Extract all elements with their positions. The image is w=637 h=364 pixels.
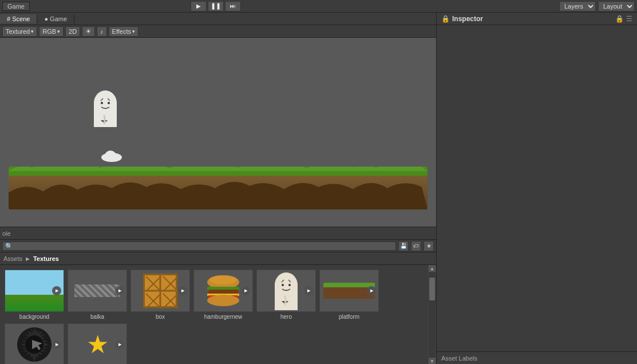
asset-thumb-balka: ▶ [68,270,127,312]
svg-point-30 [288,284,291,286]
bottom-panel: ole 💾 🏷 ★ Assets ► Textures ▶ background [0,227,436,364]
asset-play-btn[interactable]: ▶ [367,286,376,295]
tag-icon[interactable]: 🏷 [411,241,421,251]
asset-label: box [156,314,165,320]
cloud [100,149,123,163]
svg-point-4 [101,102,103,104]
asset-thumb-background: ▶ [5,270,64,312]
asset-item-star[interactable]: ★ ▶ [68,323,127,364]
asset-thumb-box: ▶ [130,270,190,312]
2d-button[interactable]: 2D [65,26,80,37]
asset-label: hamburgernew [204,314,243,320]
asset-item-balka[interactable]: ▶ balka [68,270,127,320]
inspector-title: Inspector [452,15,483,23]
asset-labels-bar: Asset Labels [437,351,637,364]
asset-item-background[interactable]: ▶ background [5,270,64,320]
asset-item-hero[interactable]: ▶ hero [256,270,316,320]
asset-play-btn[interactable]: ▶ [178,286,187,295]
asset-item-platform[interactable]: ▶ platform [319,270,379,320]
star-icon[interactable]: ★ [424,241,434,251]
asset-thumb-star: ★ ▶ [68,323,127,364]
ghost-character [92,88,119,127]
rgb-dropdown[interactable]: RGB▾ [39,26,64,37]
svg-point-24 [207,295,239,306]
textured-dropdown[interactable]: Textured▾ [2,26,37,37]
game-tab[interactable]: Game [2,2,30,11]
asset-item-box[interactable]: ▶ box [130,270,190,320]
svg-point-19 [209,275,237,284]
breadcrumb-separator: ► [25,255,31,262]
asset-label: balka [90,314,104,320]
top-right-controls: Layers Layout [559,1,635,11]
asset-grid: ▶ background ▶ balka [0,265,436,364]
playback-controls: ▶ ❚❚ ⏭ [191,1,241,11]
scene-view [0,38,436,227]
asset-play-btn[interactable]: ▶ [52,286,61,295]
asset-label: hero [280,314,292,320]
inspector-icon: 🔒 [441,15,450,23]
layout-dropdown[interactable]: Layout [598,1,635,11]
svg-rect-21 [208,290,238,294]
breadcrumb-textures: Textures [33,255,59,262]
save-icon[interactable]: 💾 [398,241,409,251]
asset-play-btn[interactable]: ▶ [304,286,313,295]
pause-button[interactable]: ❚❚ [208,1,224,11]
svg-point-9 [105,151,116,161]
play-button[interactable]: ▶ [191,1,207,11]
top-bar: Game ▶ ❚❚ ⏭ Layers Layout [0,0,637,13]
asset-label: platform [339,314,359,320]
asset-thumb-hero: ▶ [256,270,316,312]
asset-play-btn[interactable]: ▶ [241,286,250,295]
asset-search[interactable] [2,242,396,251]
inspector-lock-icon[interactable]: 🔒 [615,15,624,23]
lights-icon[interactable]: ☀ [82,26,95,37]
svg-point-29 [282,284,284,286]
inspector-menu-icon[interactable]: ☰ [626,15,632,23]
inspector-content [437,25,637,351]
breadcrumb-assets: Assets [3,255,22,262]
console-toolbar: ole [0,227,436,240]
asset-thumb-burger: ▶ [193,270,253,312]
asset-item-burger[interactable]: ▶ hamburgernew [193,270,253,320]
svg-point-5 [108,102,110,104]
asset-play-btn[interactable]: ▶ [115,340,124,349]
asset-item-saw[interactable]: ▶ saw 1 [5,323,64,364]
asset-play-btn[interactable]: ▶ [115,286,124,295]
scene-tab[interactable]: # Scene [0,14,37,23]
ground-platform [9,167,428,209]
layers-dropdown[interactable]: Layers [559,1,596,11]
asset-play-btn[interactable]: ▶ [52,340,61,349]
effects-dropdown[interactable]: Effects▾ [109,26,139,37]
inspector-header: 🔒 Inspector 🔒 ☰ [437,13,637,25]
assets-breadcrumb: Assets ► Textures [0,252,436,265]
asset-toolbar: 💾 🏷 ★ [0,240,436,252]
asset-scrollbar[interactable]: ▲ ▼ [428,265,436,364]
console-label: ole [2,230,11,237]
asset-label: background [19,314,49,320]
inspector-panel: 🔒 Inspector 🔒 ☰ Asset Labels [436,13,637,364]
asset-thumb-saw: ▶ [5,323,64,364]
game-tab-bar[interactable]: ● Game [37,14,74,23]
step-button[interactable]: ⏭ [225,1,241,11]
asset-thumb-platform: ▶ [319,270,379,312]
audio-icon[interactable]: ♪ [97,26,107,37]
asset-labels-text: Asset Labels [441,355,477,362]
